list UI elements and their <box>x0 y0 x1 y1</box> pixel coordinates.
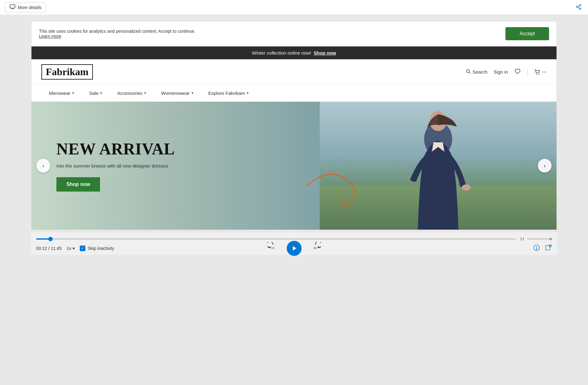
progress-marker-2 <box>523 237 524 241</box>
nav-sale-label: Sale <box>89 90 98 96</box>
right-controls <box>533 244 552 253</box>
hero-title: NEW ARRIVAL <box>56 140 175 158</box>
announcement-shop-now-link[interactable]: Shop now <box>314 50 336 56</box>
video-player: 00:12 / 11:45 1x ▾ ✓ Skip inactivity 10 <box>31 232 557 255</box>
nav-sale-chevron: ▾ <box>100 91 102 95</box>
search-label: Search <box>473 69 488 75</box>
progress-marker-1 <box>521 237 522 241</box>
nav-womenswear[interactable]: Womenswear ▾ <box>154 85 201 101</box>
svg-line-3 <box>578 6 579 7</box>
hero-shop-now-button[interactable]: Shop now <box>56 177 100 192</box>
skip-inactivity-control: ✓ Skip inactivity <box>80 246 114 251</box>
nav-womenswear-chevron: ▾ <box>192 91 194 95</box>
total-time: 11:45 <box>51 246 62 251</box>
info-button[interactable] <box>533 244 540 253</box>
cart-more-icon: ··· <box>542 69 547 75</box>
nav-accessories[interactable]: Accessories ▾ <box>110 85 154 101</box>
nav-explore-fabrikam-chevron: ▾ <box>247 91 249 95</box>
rewind-button[interactable]: 10 <box>267 242 279 255</box>
speed-value: 1x <box>67 246 71 251</box>
player-controls: 00:12 / 11:45 1x ▾ ✓ Skip inactivity 10 <box>36 243 552 255</box>
cookie-banner: This site uses cookies for analytics and… <box>31 21 557 46</box>
svg-rect-0 <box>10 5 15 8</box>
share-icon[interactable] <box>576 4 582 11</box>
hero-section: NEW ARRIVAL Into the summer breeze with … <box>31 102 557 230</box>
svg-point-8 <box>538 74 539 75</box>
nav-accessories-label: Accessories <box>117 90 142 96</box>
svg-marker-15 <box>293 246 296 251</box>
nav-explore-fabrikam-label: Explore Fabrikam <box>208 90 245 96</box>
center-controls: 10 30 <box>267 241 322 256</box>
expand-button[interactable] <box>545 244 552 253</box>
announcement-bar: Winter collection online now! Shop now <box>31 46 557 59</box>
svg-rect-20 <box>546 246 550 250</box>
monitor-icon <box>10 4 15 10</box>
search-button[interactable]: Search <box>466 69 488 75</box>
play-button[interactable] <box>287 241 302 256</box>
website-container: Winter collection online now! Shop now F… <box>31 46 557 230</box>
speed-chevron-icon: ▾ <box>73 246 75 251</box>
main-content: This site uses cookies for analytics and… <box>0 15 588 261</box>
progress-track[interactable] <box>36 238 516 240</box>
svg-point-5 <box>466 70 469 73</box>
nav-sale[interactable]: Sale ▾ <box>82 85 110 101</box>
time-separator: / <box>48 246 51 251</box>
wishlist-button[interactable] <box>514 68 521 76</box>
more-details-label: More details <box>18 5 41 10</box>
cookie-message: This site uses cookies for analytics and… <box>39 29 195 34</box>
more-details-button[interactable]: More details <box>5 2 46 12</box>
hero-subtitle: Into the summer breeze with all new desi… <box>56 163 175 168</box>
carousel-next-button[interactable]: › <box>538 159 552 173</box>
secondary-thumb <box>549 238 552 240</box>
svg-line-6 <box>469 72 471 74</box>
nav-menswear-label: Menswear <box>49 90 70 96</box>
hero-background-image <box>320 102 557 230</box>
site-header: Fabrikam Search Sign in <box>31 59 557 85</box>
accept-button[interactable]: Accept <box>505 27 549 40</box>
skip-inactivity-label: Skip inactivity <box>88 246 114 251</box>
site-header-actions: Search Sign in ··· <box>466 68 547 76</box>
nav-accessories-chevron: ▾ <box>144 91 146 95</box>
learn-more-link[interactable]: Learn more <box>39 34 61 39</box>
cookie-text: This site uses cookies for analytics and… <box>39 29 195 39</box>
hero-content: NEW ARRIVAL Into the summer breeze with … <box>56 140 175 192</box>
announcement-text: Winter collection online now! <box>252 50 311 56</box>
svg-point-7 <box>536 74 537 75</box>
top-bar: More details <box>0 0 588 15</box>
sign-in-button[interactable]: Sign in <box>494 69 508 75</box>
svg-point-19 <box>536 246 537 247</box>
site-nav: Menswear ▾ Sale ▾ Accessories ▾ Womenswe… <box>31 85 557 102</box>
progress-thumb[interactable] <box>48 237 53 241</box>
time-display: 00:12 / 11:45 <box>36 246 62 251</box>
nav-explore-fabrikam[interactable]: Explore Fabrikam ▾ <box>201 85 256 101</box>
chevron-left-icon: ‹ <box>42 163 44 169</box>
header-divider <box>527 68 528 76</box>
forward-button[interactable]: 30 <box>309 242 322 255</box>
nav-menswear-chevron: ▾ <box>72 91 74 95</box>
speed-control[interactable]: 1x ▾ <box>67 246 75 251</box>
skip-inactivity-checkbox[interactable]: ✓ <box>80 246 85 251</box>
site-logo[interactable]: Fabrikam <box>41 64 93 80</box>
svg-point-13 <box>462 184 471 191</box>
current-time: 00:12 <box>36 246 47 251</box>
secondary-progress-track[interactable] <box>527 238 552 240</box>
chevron-right-icon: › <box>544 163 546 169</box>
svg-line-4 <box>578 7 579 8</box>
carousel-prev-button[interactable]: ‹ <box>36 159 50 173</box>
svg-text:30: 30 <box>313 246 317 250</box>
nav-menswear[interactable]: Menswear ▾ <box>41 85 82 101</box>
svg-text:10: 10 <box>271 246 274 250</box>
cart-button[interactable]: ··· <box>534 69 547 76</box>
search-icon <box>466 69 471 75</box>
nav-womenswear-label: Womenswear <box>161 90 189 96</box>
